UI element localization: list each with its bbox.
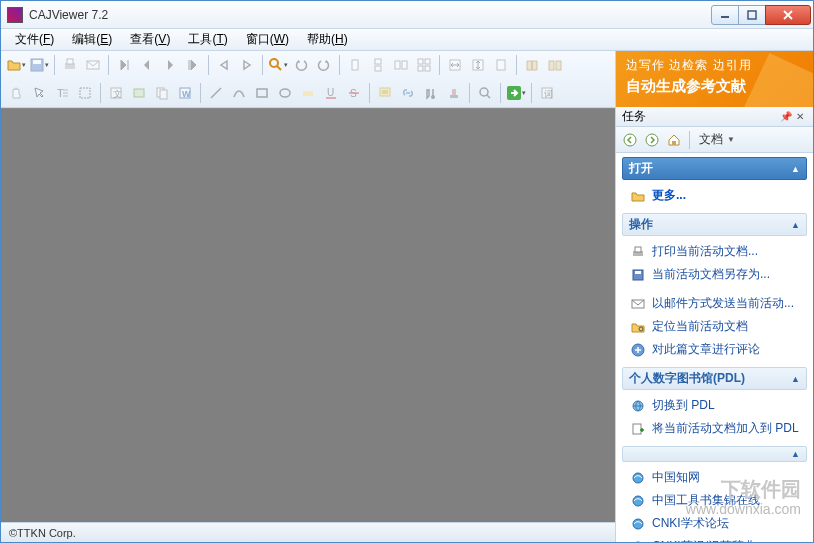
content-row: T 文 W U S (1, 51, 813, 542)
promo-banner[interactable]: 边写作 边检索 边引用 自动生成参考文献 (616, 51, 813, 107)
section-pdl-header[interactable]: 个人数字图书馆(PDL)▲ (622, 367, 807, 390)
first-page-button[interactable] (113, 54, 135, 76)
section-ops-header[interactable]: 操作▲ (622, 213, 807, 236)
globe-icon (630, 398, 646, 414)
nav-back-icon[interactable] (620, 130, 640, 150)
layout-continuous-button[interactable] (367, 54, 389, 76)
audio-tool[interactable] (420, 82, 442, 104)
menu-window[interactable]: 窗口(W) (238, 29, 297, 50)
nav-fwd-icon[interactable] (642, 130, 662, 150)
ie-icon (630, 516, 646, 532)
prev-page-button[interactable] (136, 54, 158, 76)
folder-search-icon (630, 319, 646, 335)
svg-rect-19 (497, 60, 505, 70)
svg-rect-34 (303, 91, 313, 96)
link-cnki-item[interactable]: 中国知网 (616, 466, 813, 489)
fit-width-button[interactable] (444, 54, 466, 76)
layout-single-button[interactable] (344, 54, 366, 76)
save-button[interactable] (28, 54, 50, 76)
image-tool[interactable] (128, 82, 150, 104)
op-email-item[interactable]: 以邮件方式发送当前活动... (616, 292, 813, 315)
nav-forward-button[interactable] (236, 54, 258, 76)
minimize-button[interactable] (711, 5, 739, 25)
mail-button[interactable] (82, 54, 104, 76)
app-icon (7, 7, 23, 23)
fit-page-button[interactable] (467, 54, 489, 76)
svg-point-46 (646, 134, 658, 146)
task-panel-header: 任务 📌 ✕ (616, 107, 813, 127)
go-button[interactable] (505, 82, 527, 104)
close-button[interactable] (765, 5, 811, 25)
svg-rect-14 (425, 59, 430, 64)
svg-rect-3 (33, 60, 41, 64)
menu-tools[interactable]: 工具(T) (180, 29, 235, 50)
curve-annot-tool[interactable] (228, 82, 250, 104)
svg-rect-0 (721, 16, 729, 18)
link-dict-item[interactable]: CNKI英汉/汉英辞典 (616, 535, 813, 542)
link-forum-item[interactable]: CNKI学术论坛 (616, 512, 813, 535)
area-select-tool[interactable] (74, 82, 96, 104)
last-page-button[interactable] (182, 54, 204, 76)
ellipse-annot-tool[interactable] (274, 82, 296, 104)
svg-rect-13 (418, 59, 423, 64)
select-tool[interactable] (28, 82, 50, 104)
pin-icon[interactable]: 📌 (779, 111, 793, 122)
link-tools-item[interactable]: 中国工具书集锦在线 (616, 489, 813, 512)
highlight-tool[interactable] (297, 82, 319, 104)
book-split-button[interactable] (544, 54, 566, 76)
stamp-tool[interactable] (443, 82, 465, 104)
rotate-left-button[interactable] (290, 54, 312, 76)
layout-grid-button[interactable] (413, 54, 435, 76)
op-print-item[interactable]: 打印当前活动文档... (616, 240, 813, 263)
text-select-tool[interactable]: T (51, 82, 73, 104)
svg-point-27 (136, 91, 138, 93)
link-tool[interactable] (397, 82, 419, 104)
print-button[interactable] (59, 54, 81, 76)
zoom-button[interactable] (267, 54, 289, 76)
svg-rect-11 (395, 61, 400, 69)
nav-label[interactable]: 文档 (699, 131, 723, 148)
open-button[interactable] (5, 54, 27, 76)
rect-annot-tool[interactable] (251, 82, 273, 104)
nav-home-icon[interactable] (664, 130, 684, 150)
op-comment-item[interactable]: 对此篇文章进行评论 (616, 338, 813, 361)
actual-size-button[interactable] (490, 54, 512, 76)
window-title: CAJViewer 7.2 (29, 8, 712, 22)
rotate-right-button[interactable] (313, 54, 335, 76)
ocr-tool[interactable]: 文 (105, 82, 127, 104)
line-annot-tool[interactable] (205, 82, 227, 104)
svg-rect-1 (748, 11, 756, 19)
close-panel-icon[interactable]: ✕ (793, 111, 807, 122)
pdl-add-item[interactable]: 将当前活动文档加入到 PDL (616, 417, 813, 440)
open-more-item[interactable]: 更多... (616, 184, 813, 207)
section-links-header[interactable]: ▲ (622, 446, 807, 462)
op-saveas-item[interactable]: 当前活动文档另存为... (616, 263, 813, 286)
nav-back-button[interactable] (213, 54, 235, 76)
svg-point-41 (480, 88, 488, 96)
maximize-button[interactable] (738, 5, 766, 25)
send-word-tool[interactable]: W (174, 82, 196, 104)
left-column: T 文 W U S (1, 51, 615, 542)
next-page-button[interactable] (159, 54, 181, 76)
nav-dropdown-icon[interactable]: ▼ (727, 135, 735, 144)
pdl-switch-item[interactable]: 切换到 PDL (616, 394, 813, 417)
window-controls (712, 5, 811, 25)
op-locate-item[interactable]: 定位当前活动文档 (616, 315, 813, 338)
menu-file[interactable]: 文件(F) (7, 29, 62, 50)
banner-line1: 边写作 边检索 边引用 (626, 57, 803, 74)
underline-tool[interactable]: U (320, 82, 342, 104)
strikeout-tool[interactable]: S (343, 82, 365, 104)
note-tool[interactable] (374, 82, 396, 104)
search-tool[interactable] (474, 82, 496, 104)
menu-edit[interactable]: 编辑(E) (64, 29, 120, 50)
svg-text:文: 文 (113, 89, 122, 99)
section-open-header[interactable]: 打开▲ (622, 157, 807, 180)
menu-view[interactable]: 查看(V) (122, 29, 178, 50)
layout-facing-button[interactable] (390, 54, 412, 76)
menu-help[interactable]: 帮助(H) (299, 29, 356, 50)
hand-tool[interactable] (5, 82, 27, 104)
copy-tool[interactable] (151, 82, 173, 104)
add-doc-icon (630, 421, 646, 437)
dict-tool[interactable]: 词 (536, 82, 558, 104)
book-button[interactable] (521, 54, 543, 76)
